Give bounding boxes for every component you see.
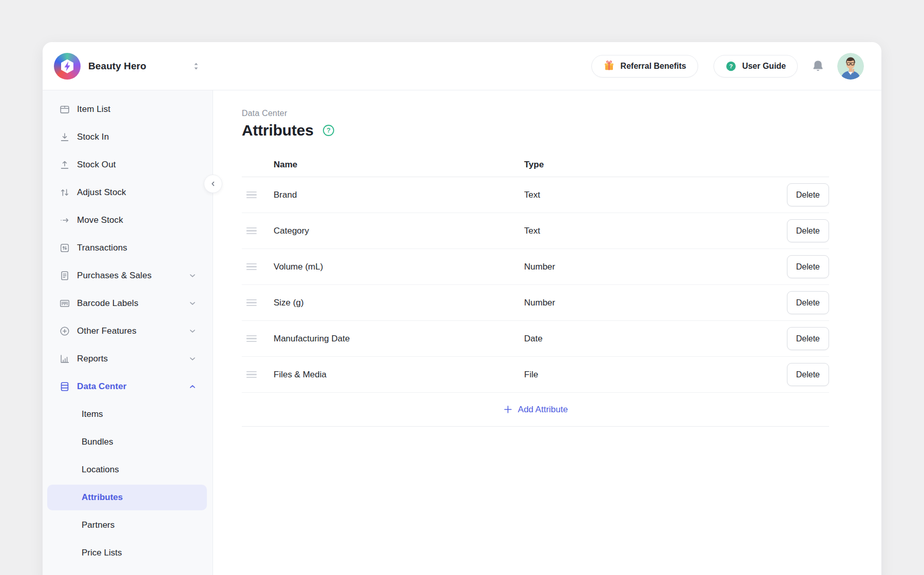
chevron-down-icon (188, 327, 197, 336)
attribute-name: Volume (mL) (274, 262, 524, 272)
sidebar-item-label: Purchases & Sales (77, 271, 151, 281)
sidebar-subitem-label: Attributes (82, 492, 123, 503)
sidebar-subitem-label: Partners (82, 520, 114, 530)
sidebar-item-item-list[interactable]: Item List (43, 95, 213, 123)
attribute-name: Files & Media (274, 370, 524, 380)
chevron-up-icon (188, 382, 197, 391)
referral-benefits-button[interactable]: Referral Benefits (591, 55, 698, 78)
table-row: Brand Text Delete (242, 177, 829, 213)
main-content: Data Center Attributes ? Name Type Brand (213, 90, 881, 575)
sidebar-collapse-button[interactable] (204, 175, 222, 193)
sidebar-item-label: Stock In (77, 132, 109, 142)
download-icon (59, 131, 70, 143)
breadcrumb: Data Center (242, 109, 829, 118)
drag-handle-icon[interactable] (246, 299, 257, 306)
drag-handle-icon[interactable] (246, 263, 257, 270)
sidebar-item-transactions[interactable]: Transactions (43, 234, 213, 262)
top-header: Beauty Hero Ref (43, 42, 881, 90)
sidebar-item-reports[interactable]: Reports (43, 345, 213, 373)
attribute-name: Size (g) (274, 298, 524, 308)
add-attribute-row: Add Attribute (242, 393, 829, 427)
upload-icon (59, 159, 70, 170)
user-guide-label: User Guide (742, 62, 786, 71)
attribute-name: Brand (274, 190, 524, 200)
sidebar-item-price-lists[interactable]: Price Lists (47, 539, 207, 567)
sidebar-item-other-features[interactable]: Other Features (43, 317, 213, 345)
notifications-bell-icon[interactable] (811, 59, 825, 73)
app-logo-icon (54, 53, 81, 80)
svg-text:?: ? (326, 127, 331, 134)
bar-chart-icon (59, 353, 70, 365)
workspace-selector-icon[interactable] (192, 61, 200, 71)
app-window: Beauty Hero Ref (43, 42, 881, 575)
attribute-type: Date (524, 334, 787, 344)
attribute-name: Manufacturing Date (274, 334, 524, 344)
table-row: Volume (mL) Number Delete (242, 249, 829, 285)
sidebar-item-stock-out[interactable]: Stock Out (43, 151, 213, 179)
database-icon (59, 381, 70, 392)
sidebar-item-partners[interactable]: Partners (47, 511, 207, 539)
chevron-down-icon (188, 271, 197, 280)
package-icon (59, 104, 70, 115)
table-row: Category Text Delete (242, 213, 829, 249)
sidebar-item-data-center[interactable]: Data Center (43, 373, 213, 400)
referral-benefits-label: Referral Benefits (621, 62, 686, 71)
barcode-icon (59, 298, 70, 309)
drag-handle-icon[interactable] (246, 371, 257, 378)
arrows-up-down-icon (59, 187, 70, 198)
attribute-type: Number (524, 262, 787, 272)
drag-handle-icon[interactable] (246, 191, 257, 198)
chevron-down-icon (188, 299, 197, 308)
table-row: Size (g) Number Delete (242, 285, 829, 321)
sidebar-item-label: Stock Out (77, 160, 116, 170)
sidebar-item-barcode-labels[interactable]: Barcode Labels (43, 290, 213, 317)
sidebar-item-purchases-sales[interactable]: Purchases & Sales (43, 262, 213, 290)
workspace-switcher: Beauty Hero (43, 53, 213, 80)
drag-handle-icon[interactable] (246, 335, 257, 342)
plus-circle-icon (59, 325, 70, 337)
attribute-type: Text (524, 226, 787, 236)
drag-handle-icon[interactable] (246, 227, 257, 234)
delete-button[interactable]: Delete (787, 327, 829, 350)
sidebar-item-attributes[interactable]: Attributes (47, 485, 207, 510)
sidebar-item-stock-in[interactable]: Stock In (43, 123, 213, 151)
sidebar-item-move-stock[interactable]: Move Stock (43, 206, 213, 234)
sidebar-item-items[interactable]: Items (47, 400, 207, 428)
delete-button[interactable]: Delete (787, 255, 829, 278)
chevron-down-icon (188, 354, 197, 363)
delete-button[interactable]: Delete (787, 363, 829, 386)
sidebar-item-label: Data Center (77, 381, 127, 392)
sidebar-item-label: Transactions (77, 243, 127, 253)
sidebar-subitem-label: Locations (82, 465, 119, 475)
delete-button[interactable]: Delete (787, 291, 829, 314)
question-circle-icon: ? (725, 61, 737, 72)
user-guide-button[interactable]: ? User Guide (714, 55, 798, 78)
attribute-name: Category (274, 226, 524, 236)
user-avatar[interactable] (837, 53, 864, 80)
header-actions: Referral Benefits ? User Guide (591, 53, 881, 80)
sidebar-nav: Item List Stock In Stock Out Adjust Stoc… (43, 90, 213, 575)
attribute-type: Text (524, 190, 787, 200)
table-header-row: Name Type (242, 153, 829, 177)
app-title: Beauty Hero (88, 61, 146, 72)
help-icon[interactable]: ? (322, 124, 335, 137)
sidebar-subitem-label: Items (82, 409, 103, 419)
delete-button[interactable]: Delete (787, 219, 829, 242)
sidebar-item-bundles[interactable]: Bundles (47, 428, 207, 456)
table-row: Files & Media File Delete (242, 357, 829, 393)
sidebar-subitem-label: Bundles (82, 437, 113, 447)
add-attribute-label: Add Attribute (518, 405, 568, 415)
sidebar-item-adjust-stock[interactable]: Adjust Stock (43, 179, 213, 206)
sidebar-item-locations[interactable]: Locations (47, 456, 207, 484)
delete-button[interactable]: Delete (787, 183, 829, 206)
svg-text:?: ? (729, 63, 733, 69)
attributes-table: Name Type Brand Text Delete Category Tex… (242, 153, 829, 427)
sidebar-subitem-label: Price Lists (82, 548, 122, 558)
transactions-icon (59, 242, 70, 254)
table-row: Manufacturing Date Date Delete (242, 321, 829, 357)
column-header-type: Type (524, 160, 829, 170)
sidebar-item-label: Item List (77, 104, 110, 114)
arrow-right-icon (59, 215, 70, 226)
add-attribute-button[interactable]: Add Attribute (503, 405, 568, 415)
sidebar-item-label: Reports (77, 354, 108, 364)
